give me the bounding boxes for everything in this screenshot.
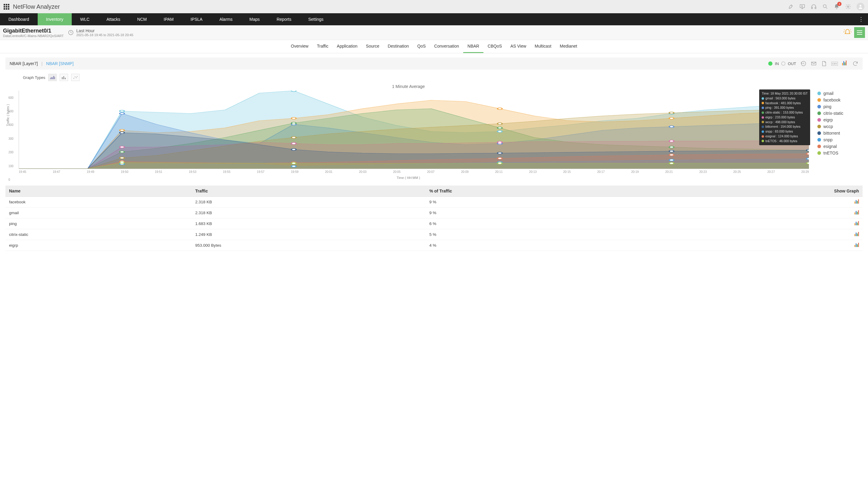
refresh-icon[interactable]	[852, 60, 858, 66]
alert-bell-icon[interactable]	[843, 28, 852, 37]
show-graph-icon[interactable]	[854, 200, 859, 204]
svg-point-12	[75, 77, 75, 77]
legend-dot-icon	[817, 118, 821, 122]
legend-gmail[interactable]: gmail	[817, 90, 863, 97]
traffic-table: Name Traffic % of Traffic Show Graph fac…	[5, 186, 863, 251]
chart-container: 1 Minute Average Traffic ( bytes ) 01002…	[0, 81, 868, 183]
time-label[interactable]: Last Hour	[76, 28, 133, 33]
tab-multicast[interactable]: Multicast	[531, 40, 555, 53]
nbar-layer7-mode[interactable]: NBAR [Layer7]	[10, 61, 38, 66]
out-label: OUT	[788, 61, 796, 66]
tab-source[interactable]: Source	[362, 40, 383, 53]
tab-traffic[interactable]: Traffic	[313, 40, 332, 53]
tab-medianet[interactable]: Medianet	[555, 40, 581, 53]
cell-name: eigrp	[5, 240, 192, 251]
y-tick: 300	[8, 137, 14, 140]
cell-name: facebook	[5, 197, 192, 208]
show-graph-icon[interactable]	[854, 232, 859, 236]
tab-conversation[interactable]: Conversation	[430, 40, 464, 53]
gear-icon[interactable]	[845, 4, 851, 10]
svg-rect-1	[812, 7, 813, 9]
svg-point-36	[292, 117, 296, 119]
svg-point-73	[807, 153, 809, 155]
show-graph-icon[interactable]	[854, 210, 859, 214]
bar-chart-type[interactable]	[60, 74, 68, 81]
scatter-chart-type[interactable]	[71, 74, 79, 81]
clock-icon[interactable]	[68, 30, 74, 36]
nbar-snmp-mode[interactable]: NBAR [SNMP]	[46, 61, 74, 66]
bar-chart-icon[interactable]	[842, 60, 848, 66]
nav-reports[interactable]: Reports	[268, 13, 300, 25]
legend-label: bittorrent	[824, 131, 840, 136]
x-tick: 20:01	[325, 170, 332, 173]
svg-point-48	[498, 127, 502, 129]
svg-point-45	[498, 130, 502, 132]
user-avatar[interactable]	[856, 3, 864, 11]
direction-toggle[interactable]: IN OUT	[768, 61, 796, 66]
y-tick: 500	[8, 110, 14, 113]
tab-nbar[interactable]: NBAR	[463, 40, 483, 53]
x-axis: 19:4519:4719:4919:5019:5119:5319:5519:57…	[19, 169, 809, 173]
graph-types-label: Graph Types	[23, 75, 45, 80]
cell-pct: 9 %	[426, 208, 636, 218]
nav-maps[interactable]: Maps	[241, 13, 268, 25]
svg-point-28	[119, 151, 125, 153]
legend-ping[interactable]: ping	[817, 103, 863, 110]
rocket-icon[interactable]	[788, 4, 794, 10]
nav-dashboard[interactable]: Dashboard	[0, 13, 38, 25]
mail-icon[interactable]	[811, 60, 817, 66]
tab-qos[interactable]: QoS	[413, 40, 430, 53]
legend-citrix-static[interactable]: citrix-static	[817, 110, 863, 117]
col-pct[interactable]: % of Traffic	[426, 186, 636, 197]
csv-export-icon[interactable]: CSV	[831, 62, 838, 66]
col-traffic[interactable]: Traffic	[192, 186, 426, 197]
legend-tnETOS[interactable]: tnETOS	[817, 150, 863, 156]
legend-bittorrent[interactable]: bittorrent	[817, 130, 863, 136]
in-radio[interactable]	[768, 61, 773, 66]
nav-ipam[interactable]: IPAM	[155, 13, 182, 25]
nav-ncm[interactable]: NCM	[129, 13, 155, 25]
nav-ipsla[interactable]: IPSLA	[182, 13, 211, 25]
legend-wccp[interactable]: wccp	[817, 123, 863, 130]
presentation-icon[interactable]	[799, 4, 805, 10]
nav-more-icon[interactable]: ⋮	[855, 13, 868, 25]
tab-cbqos[interactable]: CBQoS	[483, 40, 506, 53]
headset-icon[interactable]	[811, 4, 817, 10]
svg-point-41	[292, 149, 296, 150]
interface-header: GigabitEthernet0/1 DataCentreAVC-Mains-N…	[0, 25, 868, 40]
chart-plot[interactable]: Time: 18 May 2021 20:30:00 ISTgmail : 56…	[19, 91, 809, 169]
tab-application[interactable]: Application	[333, 40, 362, 53]
area-chart-type[interactable]	[48, 74, 57, 81]
legend-eigrp[interactable]: eigrp	[817, 117, 863, 123]
search-icon[interactable]	[822, 4, 828, 10]
show-graph-icon[interactable]	[854, 221, 859, 225]
pdf-icon[interactable]	[821, 60, 827, 66]
tab-overview[interactable]: Overview	[287, 40, 313, 53]
nav-inventory[interactable]: Inventory	[38, 13, 72, 25]
x-tick: 20:03	[359, 170, 367, 173]
nav-settings[interactable]: Settings	[300, 13, 332, 25]
x-tick: 19:49	[87, 170, 94, 173]
chart-legend: gmailfacebookpingcitrix-staticeigrpwccpb…	[811, 82, 863, 179]
history-icon[interactable]	[800, 60, 807, 66]
legend-snpp[interactable]: snpp	[817, 136, 863, 143]
nav-wlc[interactable]: WLC	[72, 13, 98, 25]
x-tick: 20:27	[767, 170, 775, 173]
out-radio[interactable]	[781, 61, 786, 66]
col-name[interactable]: Name	[5, 186, 192, 197]
bell-icon[interactable]: 3	[834, 4, 840, 10]
tab-destination[interactable]: Destination	[383, 40, 413, 53]
tab-as-view[interactable]: AS View	[506, 40, 531, 53]
nav-attacks[interactable]: Attacks	[98, 13, 129, 25]
legend-facebook[interactable]: facebook	[817, 97, 863, 103]
svg-point-51	[498, 152, 502, 154]
nav-alarms[interactable]: Alarms	[211, 13, 241, 25]
svg-point-26	[119, 130, 125, 131]
apps-grid-icon[interactable]	[4, 4, 10, 10]
y-tick: 0	[8, 178, 10, 181]
show-graph-icon[interactable]	[854, 243, 859, 247]
hamburger-menu[interactable]	[854, 27, 865, 38]
svg-point-11	[74, 78, 74, 79]
col-graph[interactable]: Show Graph	[637, 186, 863, 197]
legend-esignal[interactable]: esignal	[817, 143, 863, 150]
